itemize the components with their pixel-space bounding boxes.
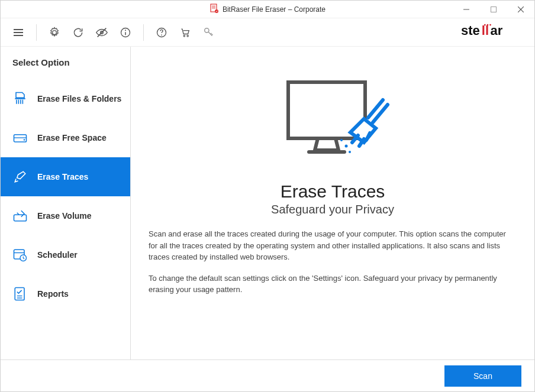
svg-point-18 [205,28,209,32]
svg-point-1 [215,9,218,13]
sidebar-title: Select Option [1,57,130,79]
svg-point-17 [187,35,189,37]
sidebar-item-label: Erase Traces [37,172,88,182]
svg-rect-25 [14,135,27,142]
window-title-wrap: BitRaser File Eraser – Corporate [210,4,325,15]
scan-button[interactable]: Scan [444,365,521,387]
menu-button[interactable] [9,23,28,42]
help-icon [156,27,167,38]
svg-point-22 [484,24,486,25]
toolbar-group-left [9,23,28,42]
content-paragraph-2: To change the default scan settings clic… [149,273,517,296]
close-button[interactable] [507,1,534,18]
content-panel: Erase Traces Safeguard your Privacy Scan… [131,47,534,359]
footer: Scan [1,359,534,391]
disk-erase-icon [11,207,29,225]
stellar-logo-icon: ste ll ar [461,23,526,40]
toolbar-divider [143,24,144,41]
brand-logo: ste ll ar [461,23,526,42]
content-subheading: Safeguard your Privacy [271,203,394,216]
svg-point-26 [24,139,25,141]
app-window: BitRaser File Eraser – Corporate [0,0,535,392]
svg-point-16 [183,35,185,37]
sidebar-item-erase-volume[interactable]: Erase Volume [1,196,130,235]
info-icon [120,27,131,38]
buy-button[interactable] [176,23,195,42]
toolbar-group-help [152,23,218,42]
calendar-clock-icon [11,246,29,264]
sidebar-item-label: Erase Free Space [37,133,107,142]
window-title: BitRaser File Eraser – Corporate [223,5,325,14]
sidebar-item-reports[interactable]: Reports [1,274,130,313]
svg-point-24 [489,24,491,25]
toolbar-group-settings [45,23,135,42]
titlebar: BitRaser File Eraser – Corporate [1,1,534,18]
svg-text:ste: ste [461,23,480,38]
svg-point-40 [345,145,348,148]
toolbar-divider [36,24,37,41]
window-controls [453,1,534,18]
maximize-button[interactable] [480,1,507,18]
content-paragraph-1: Scan and erase all the traces created du… [149,228,517,263]
content-heading: Erase Traces [281,182,385,202]
invisible-button[interactable] [92,23,111,42]
svg-point-13 [125,30,126,31]
sidebar-item-scheduler[interactable]: Scheduler [1,235,130,274]
svg-point-42 [349,151,351,153]
minimize-button[interactable] [453,1,480,18]
drive-icon [11,129,29,147]
sidebar-item-erase-traces[interactable]: Erase Traces [1,157,130,196]
key-icon [202,26,215,39]
refresh-button[interactable] [69,23,88,42]
app-icon [210,4,219,15]
sidebar-item-label: Reports [37,289,69,299]
svg-point-23 [487,24,489,25]
hamburger-icon [12,27,24,38]
cart-icon [179,27,191,38]
eye-off-icon [95,26,108,39]
brush-icon [11,168,29,186]
body: Select Option Erase Files & Folders Eras… [1,47,534,359]
activate-button[interactable] [199,23,218,42]
svg-rect-3 [491,7,497,12]
svg-rect-28 [14,215,27,221]
refresh-icon [72,27,84,38]
toolbar: ste ll ar [1,18,534,47]
svg-point-15 [161,34,162,35]
shredder-icon [11,90,29,108]
content-description: Scan and erase all the traces created du… [149,228,517,305]
info-button[interactable] [116,23,135,42]
sidebar-item-label: Scheduler [37,250,78,260]
monitor-brush-icon [270,76,395,171]
sidebar-item-label: Erase Volume [37,211,92,221]
sidebar-item-erase-files[interactable]: Erase Files & Folders [1,79,130,118]
settings-button[interactable] [45,23,64,42]
report-icon [11,285,29,303]
svg-point-41 [340,139,343,141]
sidebar-item-label: Erase Files & Folders [37,94,121,103]
svg-text:ar: ar [491,23,503,38]
gear-icon [49,27,60,38]
hero: Erase Traces Safeguard your Privacy [149,76,517,216]
sidebar-item-erase-free-space[interactable]: Erase Free Space [1,118,130,157]
sidebar: Select Option Erase Files & Folders Eras… [1,47,131,359]
help-button[interactable] [152,23,171,42]
